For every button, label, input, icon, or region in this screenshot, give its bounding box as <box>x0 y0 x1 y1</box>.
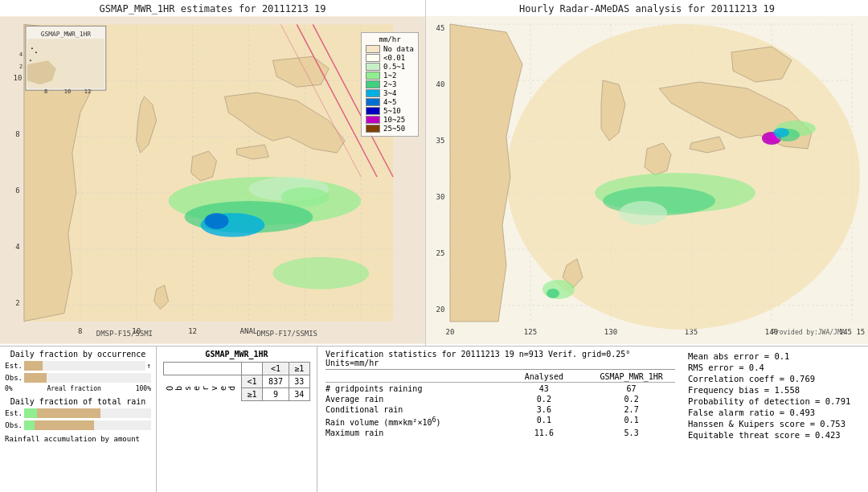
svg-text:40: 40 <box>436 80 445 88</box>
stat-row-rainvol: Rain volume (mm×km²×106) 0.1 0.1 <box>326 416 675 427</box>
stat-val2-maxrain: 5.3 <box>588 428 675 437</box>
legend-label-001: <0.01 <box>383 54 405 62</box>
legend-label-3: 3~4 <box>383 89 396 97</box>
verification-stats: Verification statistics for 20111213 19 … <box>317 346 683 492</box>
bar-fill-est1 <box>24 361 43 371</box>
svg-text:8: 8 <box>44 88 47 95</box>
chart-title-2: Daily fraction of total rain <box>5 397 151 406</box>
bar-row-obs2: Obs. <box>5 420 151 430</box>
bar-val-est1: ↑ <box>147 362 151 370</box>
svg-point-32 <box>280 187 329 207</box>
axis-left-label: 0% <box>5 385 13 392</box>
stat-val1-avgrain: 0.2 <box>501 395 588 404</box>
bar-fill-green-obs2 <box>24 420 35 430</box>
bar-container-obs2 <box>24 420 151 430</box>
legend-label-10: 10~25 <box>383 116 405 124</box>
stat-row-condrain: Conditional rain 3.6 2.7 <box>326 405 675 414</box>
svg-text:20: 20 <box>446 328 455 336</box>
stat-val2-avgrain: 0.2 <box>588 395 675 404</box>
bar-label-est1: Est. <box>5 362 23 370</box>
right-map-area: Hourly Radar-AMeDAS analysis for 2011121… <box>426 0 868 346</box>
verification-header: Verification statistics for 20111213 19 … <box>326 350 675 370</box>
stats-left-col: Analysed GSMAP_MWR_1HR # gridpoints rain… <box>326 372 675 439</box>
stat-val2-rainvol: 0.1 <box>588 416 675 427</box>
stats-col-spacer <box>326 372 501 381</box>
legend-item-2: 2~3 <box>366 80 414 88</box>
contingency-table-area: GSMAP_MWR_1HR <1 ≥1 Observed <1 <box>157 346 317 492</box>
stat-corr-coeff: Correlation coeff = 0.769 <box>688 374 863 383</box>
bar-label-obs2: Obs. <box>5 421 23 429</box>
chart-title-1: Daily fraction by occurrence <box>5 350 151 359</box>
cont-cell-11: 34 <box>289 388 309 401</box>
stats-table: Analysed GSMAP_MWR_1HR # gridpoints rain… <box>326 372 675 439</box>
bar-fill-green-est2 <box>24 408 37 418</box>
cont-row-header-1: <1 <box>241 375 262 388</box>
svg-text:GSMAP_MWR_1HR: GSMAP_MWR_1HR <box>41 31 92 38</box>
stat-label-gridpoints: # gridpoints raining <box>326 384 501 393</box>
svg-text:12: 12 <box>84 88 91 95</box>
legend-item-3: 3~4 <box>366 89 414 97</box>
svg-text:30: 30 <box>436 193 445 201</box>
stat-equitable-threat: Equitable threat score = 0.423 <box>688 430 863 440</box>
stat-label-maxrain: Maximum rain <box>326 428 501 437</box>
legend-label-4: 4~5 <box>383 98 396 106</box>
svg-point-30 <box>205 213 229 229</box>
bar-fill-tan-obs2 <box>24 420 94 430</box>
stat-row-avgrain: Average rain 0.2 0.2 <box>326 395 675 404</box>
main-container: GSMAP_MWR_1HR estimates for 20111213 19 <box>0 0 868 492</box>
cont-cell-01: 33 <box>289 375 309 388</box>
stat-val2-gridpoints: 67 <box>588 384 675 393</box>
stats-col-headers: Analysed GSMAP_MWR_1HR <box>326 372 675 383</box>
legend-item-1: 1~2 <box>366 72 414 80</box>
stat-val1-gridpoints: 43 <box>501 384 588 393</box>
svg-text:10: 10 <box>14 74 23 82</box>
legend-item-25: 25~50 <box>366 125 414 133</box>
svg-text:Provided by:JWA/JMA: Provided by:JWA/JMA <box>772 329 845 336</box>
legend-label-05: 0.5~1 <box>383 63 405 71</box>
svg-text:10: 10 <box>64 88 71 95</box>
svg-text:ANAL: ANAL <box>240 327 258 335</box>
svg-point-37 <box>35 51 37 53</box>
bar-container-est1 <box>24 361 145 371</box>
right-stats-panel: Mean abs error = 0.1 RMS error = 0.4 Cor… <box>683 346 868 492</box>
svg-text:25: 25 <box>436 249 445 257</box>
legend-item-05: 0.5~1 <box>366 63 414 71</box>
contingency-table: <1 ≥1 Observed <1 837 33 ≥1 <box>163 362 310 401</box>
bar-container-est2 <box>24 408 151 418</box>
svg-text:DMSP-F17/SSMIS: DMSP-F17/SSMIS <box>256 330 317 338</box>
legend-item-001: <0.01 <box>366 54 414 62</box>
stat-row-gridpoints: # gridpoints raining 43 67 <box>326 384 675 393</box>
svg-text:4: 4 <box>19 51 23 58</box>
right-map-canvas: 45 40 35 30 25 20 20 125 130 135 140 145… <box>426 16 868 344</box>
svg-point-74 <box>619 201 667 225</box>
legend-label-nodata: No data <box>383 45 414 53</box>
stat-val2-condrain: 2.7 <box>588 405 675 414</box>
top-row: GSMAP_MWR_1HR estimates for 20111213 19 <box>0 0 868 346</box>
bar-axis-1: 0% Areal fraction 100% <box>5 385 151 392</box>
svg-point-36 <box>31 47 33 49</box>
obs-label: Observed <box>164 384 238 392</box>
bottom-row: Daily fraction by occurrence Est. ↑ Obs.… <box>0 346 868 492</box>
legend-item-4: 4~5 <box>366 98 414 106</box>
svg-point-38 <box>30 59 31 61</box>
map-legend: mm/hr No data <0.01 0.5~1 <box>361 32 419 137</box>
cont-col-header-2: ≥1 <box>289 363 309 375</box>
stat-freq-bias: Frequency bias = 1.558 <box>688 385 863 395</box>
svg-text:20: 20 <box>436 305 445 314</box>
stat-row-maxrain: Maximum rain 11.6 5.3 <box>326 428 675 437</box>
stat-hanssen-kuipers: Hanssen & Kuipers score = 0.753 <box>688 419 863 428</box>
stat-val1-condrain: 3.6 <box>501 405 588 414</box>
bottom-left-charts: Daily fraction by occurrence Est. ↑ Obs.… <box>0 346 157 492</box>
stat-val1-rainvol: 0.1 <box>501 416 588 427</box>
legend-label-25: 25~50 <box>383 125 405 133</box>
cont-cell-10: 9 <box>263 388 289 401</box>
legend-item-5: 5~10 <box>366 107 414 115</box>
chart-footer: Rainfall accumulation by amount <box>5 435 151 443</box>
bar-container-obs1 <box>24 373 151 383</box>
stat-label-condrain: Conditional rain <box>326 405 501 414</box>
cont-col-header-1: <1 <box>263 363 289 375</box>
cont-cell-00: 837 <box>263 375 289 388</box>
left-map-canvas: 10 8 6 4 2 8 10 12 ANAL <box>0 16 425 344</box>
bar-row-est1: Est. ↑ <box>5 361 151 371</box>
axis-right-label: 100% <box>136 385 151 392</box>
